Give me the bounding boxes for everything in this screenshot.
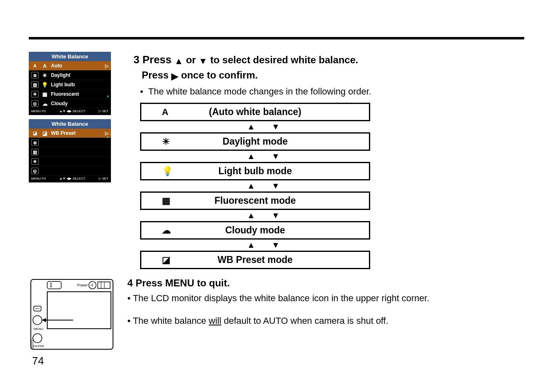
svg-point-12 <box>33 334 42 343</box>
menu-button-label: MENU <box>34 327 44 331</box>
svg-rect-0 <box>31 279 113 349</box>
svg-rect-8 <box>47 292 111 329</box>
fluorescent-icon: ▦ <box>162 196 171 206</box>
svg-point-2 <box>50 283 52 285</box>
menu-item-empty: ☀ <box>29 157 111 166</box>
mode-arrows: ▲▼ <box>173 181 370 191</box>
cell-icon: ◪ <box>31 130 39 136</box>
bulb-icon: 💡 <box>41 82 48 88</box>
down-arrow-icon: ▼ <box>198 56 207 66</box>
svg-rect-1 <box>47 281 61 289</box>
mode-arrows: ▲▼ <box>173 122 370 132</box>
footer-mid: ▲▼ ◀▶ SELECT <box>59 109 85 113</box>
menu-label: Auto <box>51 63 103 69</box>
menu-label: Light bulb <box>51 82 108 88</box>
mode-label: Cloudy mode <box>225 225 285 236</box>
chevron-right-icon: ▷ <box>105 63 108 69</box>
enter-button-label: ENTER <box>33 344 44 348</box>
bulb-icon: 💡 <box>162 166 173 177</box>
step3-line1-suffix: to select desired white balance. <box>210 54 358 65</box>
mode-lightbulb: 💡 Light bulb mode <box>140 162 370 180</box>
mode-label: (Auto white balance) <box>209 106 302 118</box>
cell-icon: ⦻ <box>31 72 39 78</box>
sun-icon: ☀ <box>41 72 48 78</box>
menu-item-lightbulb[interactable]: ▥ 💡 Light bulb <box>29 80 111 90</box>
mode-label: WB Preset mode <box>218 254 293 265</box>
cell-icon: ▥ <box>31 81 39 88</box>
wb-menu-panel-2: White Balance ◪ ◪ WB Preset ▷ ⦻ ▥ ☀ <box>29 119 111 182</box>
mode-fluorescent: ▦ Fluorescent mode <box>140 191 370 210</box>
mode-cloudy: ☁ Cloudy mode <box>140 221 370 240</box>
menu-title: White Balance <box>29 119 111 129</box>
cell-icon: ◎ <box>31 100 39 107</box>
wb-glyph: A <box>41 63 48 69</box>
mode-label: Light bulb mode <box>219 166 292 177</box>
menu-item-empty: ◎ <box>29 166 111 176</box>
svg-point-11 <box>33 316 42 325</box>
right-arrow-icon: ▶ <box>171 71 178 81</box>
mode-arrows: ▲▼ <box>173 240 370 251</box>
wb-mode-sequence: A (Auto white balance) ▲▼ ☀ Daylight mod… <box>140 103 370 269</box>
underlined-word: will <box>209 316 221 326</box>
footer-left: MENU P2 <box>31 177 46 180</box>
menu-item-empty: ▥ <box>29 148 111 157</box>
mode-glyph-a: A <box>162 107 168 118</box>
cloud-icon: ☁ <box>41 101 48 107</box>
mode-daylight: ☀ Daylight mode <box>140 132 370 151</box>
sun-icon: ☀ <box>162 136 170 147</box>
mode-wbpreset: ◪ WB Preset mode <box>140 251 370 269</box>
svg-marker-14 <box>42 318 46 322</box>
menu-item-auto[interactable]: A A Auto ▷ <box>29 61 111 71</box>
horizontal-divider <box>29 37 524 39</box>
cell-icon: ⦻ <box>31 139 39 146</box>
menu-label: Cloudy <box>51 101 108 106</box>
footer-mid: ▲▼ ◀▶ SELECT <box>59 177 85 180</box>
preset-icon: ◪ <box>41 130 48 136</box>
menu-label: Fluorescent <box>51 91 108 97</box>
or-text: or <box>186 54 196 65</box>
up-arrow-icon: ▲ <box>174 56 183 66</box>
step-number: 3 Press <box>134 53 172 66</box>
menu-item-wbpreset[interactable]: ◪ ◪ WB Preset ▷ <box>29 129 111 138</box>
page-number: 74 <box>32 355 44 367</box>
step4-line1: • The LCD monitor displays the white bal… <box>127 291 524 305</box>
menu-footer: MENU P2 ▲▼ ◀▶ SELECT ▷ SET <box>29 108 111 114</box>
menu-item-fluorescent[interactable]: ☀ ▦ Fluorescent <box>29 90 111 99</box>
scroll-up-icon: ▲ <box>106 135 110 139</box>
menu-label: WB Preset <box>51 130 103 136</box>
step3-heading: 3 Press ▲ or ▼ to select desired white b… <box>134 52 524 83</box>
menu-item-cloudy[interactable]: ◎ ☁ Cloudy <box>29 99 111 108</box>
cell-icon: ◎ <box>31 168 39 174</box>
menu-label: Daylight <box>51 72 108 78</box>
camera-back-diagram: Power MENU ENTER <box>29 277 115 355</box>
mode-label: Daylight mode <box>223 136 288 147</box>
press-text: Press <box>142 69 168 81</box>
menu-item-daylight[interactable]: ⦻ ☀ Daylight <box>29 71 111 80</box>
svg-point-3 <box>50 286 52 287</box>
footer-right: ▷ SET <box>99 109 108 113</box>
step4-heading: 4 Press MENU to quit. <box>127 277 524 289</box>
mode-label: Fluorescent mode <box>214 195 296 206</box>
power-label: Power <box>77 283 88 287</box>
cell-icon: ☀ <box>31 158 39 165</box>
step4-line2: • The white balance will default to AUTO… <box>127 314 524 327</box>
cell-icon: ☀ <box>31 91 39 97</box>
mode-auto: A (Auto white balance) <box>140 103 370 121</box>
wb-menu-panel-1: White Balance A A Auto ▷ ⦻ ☀ Daylight ▥ … <box>29 52 111 115</box>
menu-footer: MENU P2 ▲▼ ◀▶ SELECT ▷ SET <box>29 176 111 181</box>
step3-bullet: The white balance mode changes in the fo… <box>134 86 524 97</box>
svg-rect-5 <box>98 282 110 288</box>
scroll-down-icon: ▼ <box>106 95 110 99</box>
footer-right: ▷ SET <box>99 177 108 180</box>
step3-line2-suffix: once to confirm. <box>181 69 258 81</box>
footer-left: MENU P2 <box>31 109 46 113</box>
mode-arrows: ▲▼ <box>173 152 370 162</box>
menu-title: White Balance <box>29 52 111 61</box>
fluorescent-icon: ▦ <box>41 91 48 97</box>
menu-item-empty: ⦻ <box>29 138 111 148</box>
mode-arrows: ▲▼ <box>173 211 370 221</box>
preset-icon: ◪ <box>162 255 171 265</box>
cloud-icon: ☁ <box>162 225 171 236</box>
cell-icon: A <box>31 62 39 69</box>
cell-icon: ▥ <box>31 149 39 155</box>
